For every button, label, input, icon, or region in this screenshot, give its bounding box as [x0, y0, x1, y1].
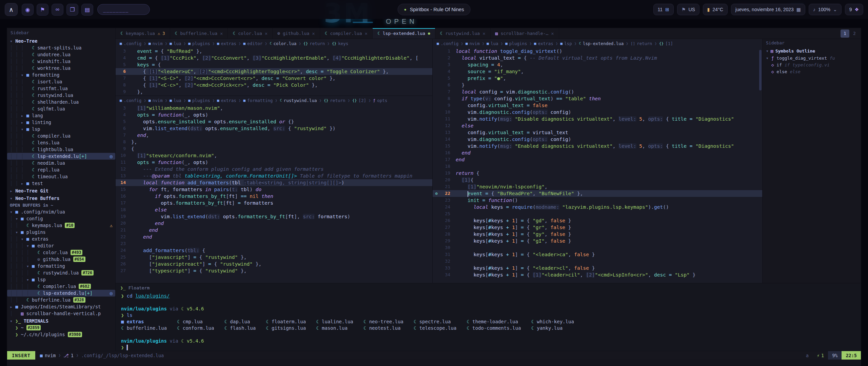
code-line-2[interactable]: 2 local virtual_text = { -- Default virt… — [433, 55, 762, 61]
code-line-4[interactable]: 4 source = "if_many", — [433, 68, 762, 75]
tree-file-sqlfmt-lua[interactable]: │ │ │ ☾ sqlfmt.lua — [7, 105, 115, 112]
tabpage-1[interactable]: 1 — [841, 29, 849, 38]
breadcrumb-item-config[interactable]: ■.config — [120, 98, 141, 103]
code-line-27[interactable]: 27 ["typescript"] = { "rustywind" }, — [116, 267, 432, 274]
code-line-12[interactable]: 12 --- Extend the conform plugin config … — [116, 166, 432, 172]
code-line-16[interactable]: 16 end — [433, 149, 762, 156]
file-entry-mason-lua[interactable]: ☾ mason.lua — [316, 325, 353, 331]
editor-window-rustywind-lua[interactable]: ■.config❯■nvim❯■lua❯■plugins❯■extras❯■fo… — [116, 96, 432, 283]
tree-file-smart-splits-lua[interactable]: │ │ │ ☾ smart-splits.lua — [7, 44, 115, 51]
code-line-30[interactable]: 30 — [433, 244, 762, 251]
tree-file-color-lua[interactable]: │ │ │ │ ☾ color.lua#493 — [7, 249, 115, 256]
window-count-widget[interactable]: 11 ⊞ — [653, 4, 674, 15]
file-entry-todo-comments-lua[interactable]: ☾ todo-comments.lua — [467, 325, 521, 331]
breadcrumb-item-config[interactable]: ■.config — [120, 41, 141, 46]
tree-file-lsp-extended-lu[interactable]: │ │ │ ☾ lsp-extended.lu[+]◎ — [7, 153, 115, 160]
code-line-7[interactable]: 7 { [1]"<S-C>", [2]"<cmd>CccConvert<cr>"… — [116, 75, 432, 82]
code-buffer[interactable]: 1local function toggle_diag_virtext() 2 … — [433, 48, 762, 278]
weather-widget[interactable]: ▮ 24°C — [703, 4, 728, 15]
tree-folder-lsp[interactable]: │ │ │ ▾ ■ lsp — [7, 276, 115, 283]
breadcrumb-item-extras[interactable]: ■extras — [217, 41, 236, 46]
code-line-22[interactable]: ⚙22 event = { "BufReadPre", "BufNewFile"… — [433, 190, 762, 197]
code-line-4[interactable]: 4 opts = function(_, opts) — [116, 111, 432, 118]
statusline-config-lsp-lsp-extended-lua[interactable]: .config/_/lsp/lsp-extended.lua — [78, 353, 166, 358]
tab-keymaps-lua[interactable]: ☾keymaps.lua⚠ 3 — [116, 28, 170, 39]
tree-folder-plugins[interactable]: │ ▾ ■ plugins — [7, 229, 115, 236]
tree-file-isort-lua[interactable]: │ │ │ ☾ isort.lua — [7, 78, 115, 85]
code-line-14[interactable]: 14 vim.diagnostic.config(opts: config) — [433, 136, 762, 143]
file-entry-floaterm-lua[interactable]: ☾ floaterm.lua — [266, 319, 306, 325]
tree-folder-extras[interactable]: │ │ ▾ ■ extras — [7, 236, 115, 242]
code-line-14[interactable]: 14 local function add_formatters(tbl :ta… — [116, 179, 432, 186]
breadcrumb-item-extras[interactable]: ■extras — [217, 98, 236, 103]
neotree-section-neo-tree[interactable]: ▾ Neo-Tree — [7, 38, 115, 44]
flag-button[interactable]: ⚑ — [37, 4, 48, 16]
breadcrumb-item-return[interactable]: {}return — [324, 98, 345, 103]
code-line-3[interactable]: 3 [1]"williamboman/mason.nvim", — [116, 105, 432, 111]
code-line-8[interactable]: 8 { [1]"<C-c>", [2]"<cmd>CccPick<cr>", d… — [116, 82, 432, 88]
code-line-3[interactable]: 3 spacing = 4, — [433, 61, 762, 68]
tree-folder-formatting[interactable]: │ │ ▾ ■ formatting — [7, 72, 115, 78]
tree-folder-config-nvim-lua[interactable]: ▾ ■ .config/nvim/lua — [7, 208, 115, 215]
tree-file-rustywind-lua[interactable]: │ │ │ ☾ rustywind.lua — [7, 92, 115, 99]
tabpage-2[interactable]: 2 — [850, 29, 859, 38]
code-line-7[interactable]: 7 end, — [116, 132, 432, 139]
floaterm-body[interactable]: ❯ cd lua/plugins/ nvim/lua/plugins via ☾… — [116, 292, 861, 351]
breadcrumb-item-editor[interactable]: ■editor — [243, 41, 262, 46]
code-line-9[interactable]: 9 config.virtual_text = false — [433, 102, 762, 109]
code-line-6[interactable]: 6 } — [433, 82, 762, 88]
file-entry-cmp-lua[interactable]: ☾ cmp.lua — [177, 319, 214, 325]
breadcrumb-item-plugins[interactable]: ■plugins — [188, 98, 210, 103]
close-icon[interactable]: × — [482, 31, 485, 36]
tray-widget[interactable]: 9 ❖ — [845, 4, 863, 15]
statusline-9[interactable]: 9% — [828, 351, 842, 360]
code-line-21[interactable]: 21 [1]"neovim/nvim-lspconfig", — [433, 183, 762, 190]
tree-file-c-n-l-plugins[interactable]: ❯ ~/.c/n/l/plugins#3980 — [7, 331, 115, 338]
tab-compiler-lua[interactable]: ☾compiler.lua× — [320, 28, 373, 39]
breadcrumb-item-opts[interactable]: ƒopts — [373, 98, 388, 103]
file-entry-yanky-lua[interactable]: ☾ yanky.lua — [531, 325, 574, 331]
code-line-5[interactable]: 5 prefix = "●", — [433, 75, 762, 82]
code-line-6[interactable]: 6 { [1]"<leader>uC", [2]"<cmd>CccHighlig… — [116, 68, 432, 75]
close-icon[interactable]: × — [312, 31, 315, 36]
tree-folder-lsp[interactable]: │ │ ▾ ■ lsp — [7, 126, 115, 133]
code-line-17[interactable]: 17 opts.formatters_by_ft[ft] = formatter… — [116, 200, 432, 206]
tree-folder-lang[interactable]: │ │ ▸ ■ lang — [7, 112, 115, 119]
code-line-5[interactable]: 5 keys = { — [116, 61, 432, 68]
tab-rustywind-lua[interactable]: ☾rustywind.lua× — [435, 28, 491, 39]
code-line-1[interactable]: 1local function toggle_diag_virtext() — [433, 48, 762, 55]
code-line-18[interactable]: 18 — [433, 163, 762, 170]
statusline-22-5[interactable]: 22:5 — [842, 351, 861, 360]
breadcrumb-item-1[interactable]: {}[1] — [659, 41, 673, 46]
code-line-28[interactable]: 28 keys[#keys + 1] = { "gy", false } — [433, 231, 762, 238]
code-line-11[interactable]: 11 opts = function(_, opts) — [116, 159, 432, 166]
file-entry-spectre-lua[interactable]: ☾ spectre.lua — [414, 319, 456, 325]
statusline-nvim[interactable]: ■nvim — [37, 353, 59, 358]
breadcrumb-item-return[interactable]: []return — [631, 41, 652, 46]
volume-widget[interactable]: ♪ 100% ⌄ — [809, 4, 842, 15]
file-entry-theme-loader-lua[interactable]: ☾ theme-loader.lua — [467, 319, 521, 325]
file-entry-neo-tree-lua[interactable]: ☾ neo-tree.lua — [363, 319, 403, 325]
breadcrumb-item-keys[interactable]: {}keys — [332, 41, 348, 46]
tree-file-compiler-lua[interactable]: │ │ │ ☾ compiler.lua — [7, 133, 115, 139]
file-entry-telescope-lua[interactable]: ☾ telescope.lua — [414, 325, 456, 331]
tree-folder-linting[interactable]: │ │ ▸ ■ linting — [7, 119, 115, 126]
code-line-10[interactable]: 10 [1]"stevearc/conform.nvim", — [116, 152, 432, 159]
code-line-20[interactable]: 20 end — [116, 220, 432, 227]
symbol-if[interactable]: ◇ if if type(config.vi — [763, 61, 861, 68]
code-line-7[interactable]: 7 local config = vim.diagnostic.config() — [433, 88, 762, 95]
tree-file-shellharden-lua[interactable]: │ │ │ ☾ shellharden.lua — [7, 99, 115, 105]
code-line-13[interactable]: 13 config.virtual_text = virtual_text — [433, 129, 762, 136]
symbols-outline-header[interactable]: ▾ ▤ Symbols Outline — [763, 47, 861, 55]
code-line-25[interactable]: 25 — [433, 210, 762, 217]
statusline-1[interactable]: ⎇1 — [61, 353, 76, 358]
code-line-16[interactable]: 16 if opts.formatters_by_ft[ft] == nil t… — [116, 193, 432, 200]
neotree-section-terminals[interactable]: ▾ ❯_ TERMINALS — [7, 318, 115, 324]
symbol-toggle-diag-virtext[interactable]: ▾ ƒ toggle_diag_virtext fu — [763, 55, 861, 61]
code-line-19[interactable]: 19 vim.list_extend(dst: opts.formatters_… — [116, 213, 432, 220]
infinity-button[interactable]: ∞ — [52, 4, 63, 16]
code-line-13[interactable]: 13 ---@param tbl table<string, conform.F… — [116, 172, 432, 179]
tab-scrollbar-handle[interactable]: ▨scrollbar-handle-…× — [491, 28, 559, 39]
copy-windows-button[interactable]: ❐ — [66, 4, 78, 16]
statusline-a[interactable]: a — [802, 351, 813, 360]
